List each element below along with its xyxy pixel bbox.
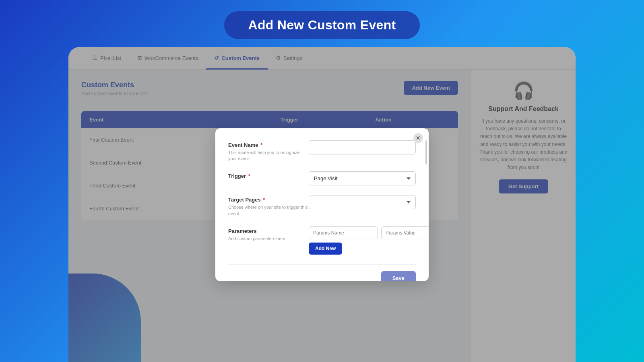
trigger-label-group: Trigger * [228, 171, 309, 179]
trigger-label: Trigger * [228, 173, 309, 179]
event-name-label: Event Name * [228, 142, 309, 148]
add-event-modal: ✕ Event Name * This name will help you t… [215, 128, 429, 281]
add-new-param-button[interactable]: Add New [309, 243, 342, 255]
target-pages-hint: Choose where on your site to trigger thi… [228, 204, 309, 217]
page-title: Add New Custom Event [224, 11, 420, 39]
page-header: Add New Custom Event [0, 0, 644, 47]
target-pages-select[interactable] [309, 195, 416, 209]
target-pages-label-group: Target Pages * Choose where on your site… [228, 195, 309, 217]
target-pages-label: Target Pages * [228, 197, 309, 203]
params-row [309, 226, 429, 239]
parameters-hint: Add custom parameters here. [228, 236, 309, 242]
scrollbar[interactable] [425, 140, 427, 165]
save-button[interactable]: Save [381, 271, 416, 281]
trigger-select[interactable]: Page Visit Button Click Form Submit Scro… [309, 171, 416, 185]
params-name-input[interactable] [309, 226, 378, 239]
main-card: ☰ Pixel List ⊞ WooCommerce Events ↺ Cust… [68, 47, 576, 362]
parameters-label: Parameters [228, 228, 309, 234]
parameters-label-group: Parameters Add custom parameters here. [228, 226, 309, 242]
event-name-required: * [260, 142, 262, 148]
modal-close-button[interactable]: ✕ [413, 133, 423, 143]
trigger-required: * [248, 173, 250, 179]
trigger-input-group: Page Visit Button Click Form Submit Scro… [309, 171, 416, 185]
modal-overlay: ✕ Event Name * This name will help you t… [68, 47, 576, 362]
modal-footer: Save [228, 264, 416, 281]
parameters-input-group: Add New [309, 226, 429, 255]
target-pages-input-group [309, 195, 416, 209]
event-name-input[interactable] [309, 140, 416, 154]
trigger-field: Trigger * Page Visit Button Click Form S… [228, 171, 416, 185]
params-value-input[interactable] [381, 226, 429, 239]
target-pages-required: * [263, 197, 265, 203]
event-name-field: Event Name * This name will help you to … [228, 140, 416, 162]
target-pages-field: Target Pages * Choose where on your site… [228, 195, 416, 217]
parameters-field: Parameters Add custom parameters here. A… [228, 226, 416, 255]
event-name-input-group [309, 140, 416, 154]
event-name-label-group: Event Name * This name will help you to … [228, 140, 309, 162]
event-name-hint: This name will help you to recognize you… [228, 150, 309, 162]
